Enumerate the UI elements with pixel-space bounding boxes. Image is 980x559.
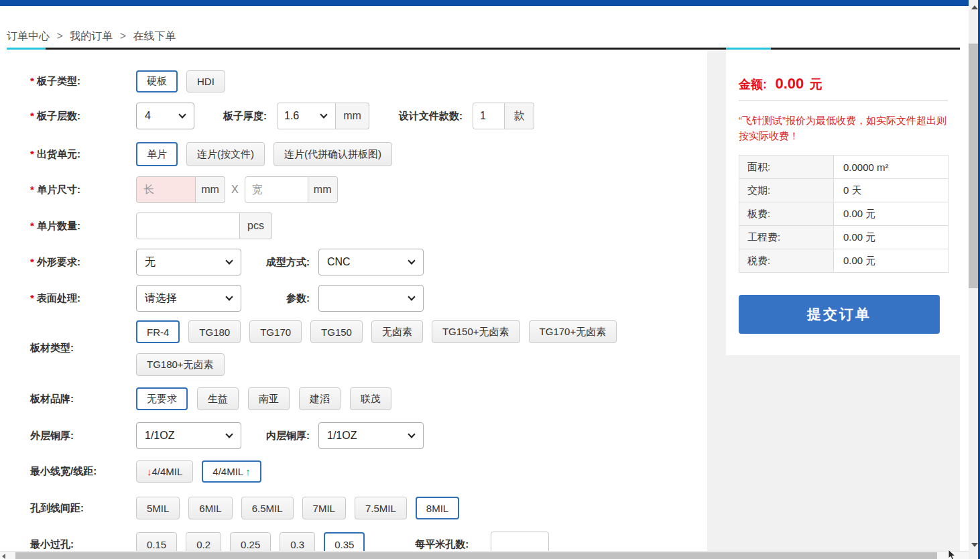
- material-brand-option-itequ[interactable]: 联茂: [350, 387, 391, 410]
- layers-select[interactable]: 4: [136, 103, 194, 129]
- min-trace-option-down[interactable]: ↓4/4MIL: [136, 460, 193, 483]
- row-material-type: 板材类型: FR-4 TG180 TG170 TG150 无卤素 TG150+无…: [0, 320, 709, 376]
- thickness-label: 板子厚度:: [194, 110, 267, 123]
- breadcrumb-separator: >: [56, 30, 62, 42]
- ship-unit-option-panel-by-file[interactable]: 连片(按文件): [186, 142, 265, 166]
- quantity-input[interactable]: [136, 212, 240, 239]
- header-highlight-right: [726, 48, 771, 50]
- forming-select[interactable]: CNC: [318, 249, 424, 275]
- scroll-up-icon[interactable]: [971, 5, 978, 9]
- row-ship-unit: 出货单元: 单片 连片(按文件) 连片(代拼确认拼板图): [0, 142, 709, 166]
- outer-copper-select[interactable]: 1/1OZ: [136, 422, 241, 449]
- hole-to-line-option-7mil[interactable]: 7MIL: [302, 497, 346, 519]
- material-type-option-tg170-hf[interactable]: TG170+无卤素: [529, 320, 617, 343]
- table-row-board-fee: 板费: 0.00 元: [739, 202, 948, 226]
- param-label: 参数:: [241, 292, 310, 305]
- breadcrumb-separator: >: [120, 30, 126, 42]
- breadcrumb-order-center[interactable]: 订单中心: [7, 30, 50, 42]
- engineering-fee-label: 工程费:: [739, 226, 834, 249]
- material-type-option-tg180[interactable]: TG180: [188, 320, 241, 343]
- hole-to-line-option-6-5mil[interactable]: 6.5MIL: [241, 497, 294, 519]
- leadtime-label: 交期:: [739, 179, 834, 202]
- material-type-option-tg180-hf[interactable]: TG180+无卤素: [136, 353, 225, 376]
- material-type-option-fr4[interactable]: FR-4: [136, 320, 180, 343]
- board-type-option-rigid[interactable]: 硬板: [136, 70, 178, 92]
- hole-to-line-option-8mil[interactable]: 8MIL: [416, 497, 459, 519]
- min-trace-up-text: 4/4MIL: [212, 466, 243, 477]
- material-brand-option-any[interactable]: 无要求: [136, 387, 188, 410]
- inner-copper-select[interactable]: 1/1OZ: [318, 422, 424, 449]
- horizontal-scrollbar-thumb[interactable]: [15, 552, 937, 559]
- breadcrumb-online-order: 在线下单: [133, 30, 176, 42]
- min-trace-label: 最小线宽/线距:: [0, 465, 136, 478]
- hole-to-line-option-7-5mil[interactable]: 7.5MIL: [355, 497, 407, 519]
- table-row-area: 面积: 0.0000 m²: [739, 156, 948, 179]
- length-input[interactable]: [136, 176, 196, 203]
- breadcrumb: 订单中心 > 我的订单 > 在线下单: [7, 29, 180, 44]
- material-type-option-tg150[interactable]: TG150: [310, 320, 363, 343]
- design-files-label: 设计文件款数:: [369, 110, 463, 123]
- row-surface: 表面处理: 请选择 参数:: [0, 285, 709, 312]
- outer-copper-label: 外层铜厚:: [0, 430, 136, 442]
- layers-select-value: 4: [145, 110, 151, 122]
- surface-select[interactable]: 请选择: [136, 285, 241, 312]
- scroll-down-icon[interactable]: [971, 543, 978, 547]
- board-fee-value: 0.00 元: [834, 202, 948, 226]
- material-type-option-tg150-hf[interactable]: TG150+无卤素: [432, 320, 520, 343]
- table-row-tax: 税费: 0.00 元: [739, 249, 948, 273]
- engineering-fee-value: 0.00 元: [834, 226, 948, 249]
- header-divider: [7, 48, 960, 50]
- amount-value: 0.00: [775, 75, 804, 92]
- row-quantity: 单片数量: pcs: [0, 212, 709, 239]
- material-brand-option-kingboard[interactable]: 建滔: [299, 387, 341, 410]
- mouse-cursor: [948, 550, 957, 559]
- scroll-left-icon[interactable]: [2, 554, 5, 559]
- chevron-down-icon: [320, 111, 327, 118]
- row-size: 单片尺寸: mm X mm: [0, 176, 709, 203]
- hole-to-line-option-6mil[interactable]: 6MIL: [188, 497, 232, 519]
- chevron-down-icon: [408, 430, 415, 438]
- leadtime-value: 0 天: [834, 179, 948, 202]
- hole-to-line-option-5mil[interactable]: 5MIL: [136, 497, 180, 519]
- row-board-type: 板子类型: 硬板 HDI: [0, 70, 709, 92]
- outer-copper-select-value: 1/1OZ: [145, 430, 174, 442]
- material-brand-option-shengyi[interactable]: 生益: [197, 387, 239, 410]
- ship-unit-option-panel-confirm[interactable]: 连片(代拼确认拼板图): [273, 142, 392, 166]
- thickness-unit-addon: mm: [336, 103, 369, 129]
- inner-copper-label: 内层铜厚:: [241, 430, 310, 442]
- board-type-option-hdi[interactable]: HDI: [186, 70, 225, 92]
- outline-select-value: 无: [145, 255, 156, 269]
- design-files-input[interactable]: [473, 103, 505, 129]
- arrow-down-icon: ↓: [147, 466, 152, 477]
- area-value: 0.0000 m²: [834, 156, 948, 179]
- ship-unit-label: 出货单元:: [0, 148, 136, 161]
- amount-divider: [739, 100, 948, 101]
- min-via-label: 最小过孔:: [0, 538, 136, 551]
- material-brand-option-nanya[interactable]: 南亚: [248, 387, 290, 410]
- surface-select-value: 请选择: [145, 292, 177, 306]
- tax-label: 税费:: [739, 249, 834, 273]
- chevron-down-icon: [178, 111, 186, 118]
- outline-select[interactable]: 无: [136, 249, 241, 275]
- row-layers: 板子层数: 4 板子厚度: 1.6 mm 设计文件款数: 款: [0, 103, 709, 129]
- min-trace-option-up[interactable]: 4/4MIL↑: [202, 460, 261, 483]
- header-highlight-left: [7, 48, 46, 50]
- ship-unit-option-single[interactable]: 单片: [136, 142, 178, 166]
- breadcrumb-my-orders[interactable]: 我的订单: [70, 30, 113, 42]
- material-type-option-halogen-free[interactable]: 无卤素: [371, 320, 423, 343]
- tax-value: 0.00 元: [834, 249, 948, 273]
- inner-copper-select-value: 1/1OZ: [327, 430, 357, 442]
- row-outline: 外形要求: 无 成型方式: CNC: [0, 249, 709, 275]
- width-input[interactable]: [245, 176, 308, 203]
- online-order-page: { "colors": { "topbar_blue": "#0b4fa7", …: [0, 0, 980, 559]
- row-material-brand: 板材品牌: 无要求 生益 南亚 建滔 联茂: [0, 387, 709, 410]
- chevron-down-icon: [408, 257, 415, 264]
- horizontal-scrollbar[interactable]: [0, 551, 969, 559]
- param-select[interactable]: [318, 285, 424, 312]
- table-row-leadtime: 交期: 0 天: [739, 179, 948, 202]
- material-type-option-tg170[interactable]: TG170: [249, 320, 302, 343]
- design-files-unit-addon: 款: [505, 103, 534, 129]
- submit-order-button[interactable]: 提交订单: [739, 295, 940, 334]
- table-row-engineering-fee: 工程费: 0.00 元: [739, 226, 948, 249]
- thickness-select[interactable]: 1.6: [277, 103, 336, 129]
